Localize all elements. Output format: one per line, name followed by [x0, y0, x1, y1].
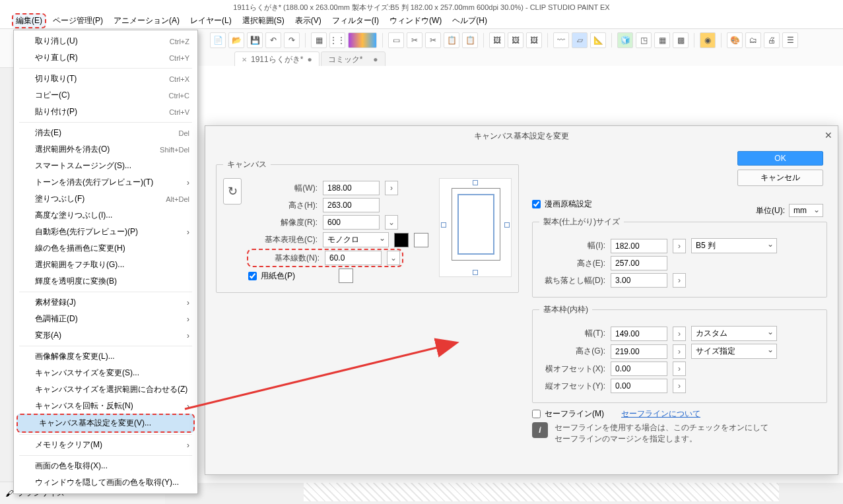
- safeline-check[interactable]: [532, 410, 541, 418]
- safeline-link[interactable]: セーフラインについて: [621, 408, 700, 420]
- crop-icon[interactable]: ✂: [407, 32, 422, 48]
- chevron-right-icon[interactable]: ›: [385, 181, 398, 195]
- menu-brightness-alpha[interactable]: 輝度を透明度に変換(B): [14, 273, 197, 290]
- frame-width-input[interactable]: 149.00: [611, 327, 667, 341]
- chevron-right-icon[interactable]: ›: [673, 273, 686, 288]
- frame-size-select[interactable]: サイズ指定: [691, 344, 777, 359]
- menu-canvas-size[interactable]: キャンバスサイズを変更(S)...: [14, 365, 197, 381]
- paper-swatch[interactable]: [339, 268, 353, 283]
- save-icon[interactable]: 💾: [247, 32, 263, 48]
- close-icon[interactable]: ✕: [242, 56, 247, 63]
- snap-icon[interactable]: ◉: [700, 32, 716, 48]
- undo-icon[interactable]: ↶: [265, 32, 281, 48]
- menu-erase-outside[interactable]: 選択範囲外を消去(O)Shift+Del: [14, 141, 197, 158]
- menu-canvas-rotate[interactable]: キャンバスを回転・反転(N)›: [14, 398, 197, 414]
- shape-icon[interactable]: ▱: [572, 32, 588, 48]
- width-input[interactable]: 188.00: [323, 181, 380, 195]
- close-icon[interactable]: ✕: [825, 130, 832, 141]
- cube-icon[interactable]: ◳: [636, 32, 652, 48]
- menu-linecolor[interactable]: 線の色を描画色に変更(H): [14, 240, 197, 257]
- lines-input[interactable]: 60.0: [325, 251, 382, 265]
- menu-view[interactable]: 表示(V): [291, 13, 325, 28]
- chevron-right-icon[interactable]: ›: [673, 327, 686, 341]
- bleed-input[interactable]: 3.00: [611, 273, 667, 288]
- menu-select[interactable]: 選択範囲(S): [238, 13, 288, 28]
- tab-second[interactable]: コミック*●: [321, 51, 386, 68]
- menu-hide-get-color[interactable]: ウィンドウを隠して画面の色を取得(Y)...: [14, 474, 197, 491]
- res-input[interactable]: 600: [323, 215, 380, 230]
- chevron-right-icon[interactable]: ›: [673, 344, 686, 359]
- help-icon[interactable]: ☰: [782, 32, 798, 48]
- finish-width-input[interactable]: 182.00: [611, 239, 667, 253]
- unit-select[interactable]: mm: [789, 204, 823, 217]
- dots-icon[interactable]: ⋮⋮: [329, 32, 345, 48]
- cancel-button[interactable]: キャンセル: [737, 170, 823, 186]
- grid-icon[interactable]: ▦: [311, 32, 327, 48]
- transform-icon[interactable]: ▭: [388, 32, 404, 48]
- paper-color-check[interactable]: [248, 272, 257, 280]
- chevron-right-icon[interactable]: ›: [673, 379, 686, 393]
- black-swatch[interactable]: [394, 233, 409, 247]
- menu-layer[interactable]: レイヤー(L): [186, 13, 236, 28]
- image-a-icon[interactable]: 🖼: [489, 32, 505, 48]
- menu-color-adjust[interactable]: 色調補正(D)›: [14, 311, 197, 327]
- image-b-icon[interactable]: 🖼: [508, 32, 523, 48]
- ruler-icon[interactable]: 📐: [590, 32, 606, 48]
- menu-page[interactable]: ページ管理(P): [49, 13, 107, 28]
- pen-icon[interactable]: 〰: [553, 32, 569, 48]
- basic-color-select[interactable]: モノクロ: [323, 232, 389, 247]
- finish-preset-select[interactable]: B5 判: [691, 238, 777, 253]
- image-c-icon[interactable]: 🖼: [526, 32, 542, 48]
- menu-paste[interactable]: 貼り付け(P)Ctrl+V: [14, 104, 197, 120]
- chevron-right-icon[interactable]: ›: [673, 239, 686, 253]
- 3d-icon[interactable]: 🧊: [617, 32, 633, 48]
- menu-filter[interactable]: フィルター(I): [328, 13, 383, 28]
- palette-icon[interactable]: 🎨: [727, 32, 743, 48]
- menu-sel-border[interactable]: 選択範囲をフチ取り(G)...: [14, 257, 197, 273]
- menu-help[interactable]: ヘルプ(H): [448, 13, 491, 28]
- menu-canvas-base-settings[interactable]: キャンバス基本設定を変更(V)...: [17, 414, 195, 433]
- chevron-down-icon[interactable]: ⌄: [385, 215, 398, 230]
- menu-window[interactable]: ウィンドウ(W): [386, 13, 446, 28]
- open-icon[interactable]: 📂: [228, 32, 244, 48]
- menu-clear-memory[interactable]: メモリをクリア(M)›: [14, 437, 197, 453]
- menu-redo[interactable]: やり直し(R)Ctrl+Y: [14, 49, 197, 66]
- offy-input[interactable]: 0.00: [611, 379, 667, 393]
- menu-smart-smoothing[interactable]: スマートスムージング(S)...: [14, 158, 197, 174]
- menu-fill[interactable]: 塗りつぶし(F)Alt+Del: [14, 191, 197, 207]
- grid2-icon[interactable]: ▦: [654, 32, 670, 48]
- menu-get-color[interactable]: 画面の色を取得(X)...: [14, 458, 197, 474]
- menu-adv-fill[interactable]: 高度な塗りつぶし(I)...: [14, 207, 197, 224]
- menu-material-register[interactable]: 素材登録(J)›: [14, 294, 197, 311]
- tab-active[interactable]: ✕1911らくがき*●: [234, 51, 320, 68]
- finish-height-input[interactable]: 257.00: [611, 256, 667, 270]
- layers-icon[interactable]: 🗂: [745, 32, 761, 48]
- chevron-right-icon[interactable]: ›: [673, 362, 686, 376]
- redo-icon[interactable]: ↷: [284, 32, 300, 48]
- new-icon[interactable]: 📄: [210, 32, 226, 48]
- menu-canvas-to-sel[interactable]: キャンバスサイズを選択範囲に合わせる(Z): [14, 381, 197, 398]
- copy-icon[interactable]: 📋: [444, 32, 459, 48]
- menu-cut[interactable]: 切り取り(T)Ctrl+X: [14, 71, 197, 87]
- menu-erase[interactable]: 消去(E)Del: [14, 125, 197, 141]
- manga-settings-check[interactable]: [532, 200, 541, 208]
- rotate-icon[interactable]: ↻: [223, 178, 242, 205]
- frame-preset-select[interactable]: カスタム: [691, 326, 777, 341]
- menu-tone-erase[interactable]: トーンを消去(先行プレビュー)(T)›: [14, 174, 197, 191]
- menu-edit[interactable]: 編集(E): [12, 13, 46, 28]
- gradient-icon[interactable]: [348, 32, 377, 48]
- print-icon[interactable]: 🖨: [764, 32, 780, 48]
- grid3-icon[interactable]: ▩: [673, 32, 689, 48]
- menu-image-res[interactable]: 画像解像度を変更(L)...: [14, 348, 197, 365]
- chevron-down-icon[interactable]: ⌄: [387, 251, 400, 265]
- paste-icon[interactable]: 📋: [462, 32, 478, 48]
- frame-height-input[interactable]: 219.00: [611, 344, 667, 359]
- scissors-icon[interactable]: ✂: [425, 32, 441, 48]
- menu-copy[interactable]: コピー(C)Ctrl+C: [14, 87, 197, 104]
- white-swatch[interactable]: [414, 233, 428, 247]
- height-input[interactable]: 263.00: [323, 198, 380, 212]
- menu-autocolor[interactable]: 自動彩色(先行プレビュー)(P)›: [14, 224, 197, 240]
- menu-undo[interactable]: 取り消し(U)Ctrl+Z: [14, 33, 197, 49]
- menu-anim[interactable]: アニメーション(A): [110, 13, 184, 28]
- offx-input[interactable]: 0.00: [611, 362, 667, 376]
